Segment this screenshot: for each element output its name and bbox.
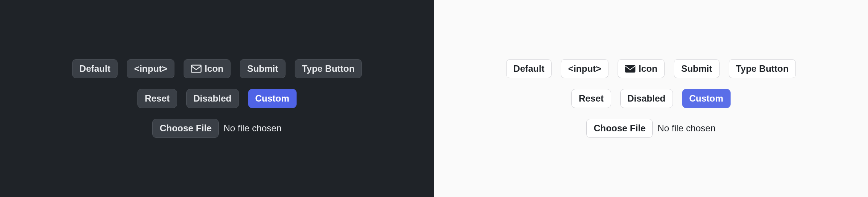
disabled-button: Disabled [186,89,239,108]
type-button[interactable]: Type Button [295,59,362,78]
file-status-label: No file chosen [223,123,281,134]
button-row-1-dark: Default <input> Icon Submit Type Button [72,59,362,78]
file-status-label: No file chosen [657,123,715,134]
reset-button[interactable]: Reset [137,89,177,108]
submit-button[interactable]: Submit [674,59,719,78]
file-input-row-light: Choose File No file chosen [586,119,715,138]
type-button[interactable]: Type Button [729,59,796,78]
input-button[interactable]: <input> [127,59,174,78]
dark-theme-panel: Default <input> Icon Submit Type Button … [0,0,434,197]
reset-button[interactable]: Reset [571,89,611,108]
button-row-2-light: Reset Disabled Custom [571,89,731,108]
envelope-icon [191,65,202,73]
light-theme-panel: Default <input> Icon Submit Type Button … [434,0,868,197]
button-row-2-dark: Reset Disabled Custom [137,89,297,108]
choose-file-button[interactable]: Choose File [152,119,219,138]
svg-rect-0 [191,65,201,73]
icon-button-label: Icon [639,63,657,74]
icon-button[interactable]: Icon [618,59,665,78]
file-input-row-dark: Choose File No file chosen [152,119,281,138]
button-row-1-light: Default <input> Icon Submit Type Button [506,59,796,78]
custom-button[interactable]: Custom [682,89,731,108]
default-button[interactable]: Default [72,59,118,78]
icon-button-label: Icon [205,63,223,74]
input-button[interactable]: <input> [561,59,608,78]
svg-rect-1 [625,65,635,73]
icon-button[interactable]: Icon [184,59,231,78]
default-button[interactable]: Default [506,59,552,78]
custom-button[interactable]: Custom [248,89,297,108]
disabled-button: Disabled [620,89,673,108]
envelope-icon [625,65,636,73]
submit-button[interactable]: Submit [240,59,285,78]
choose-file-button[interactable]: Choose File [586,119,653,138]
